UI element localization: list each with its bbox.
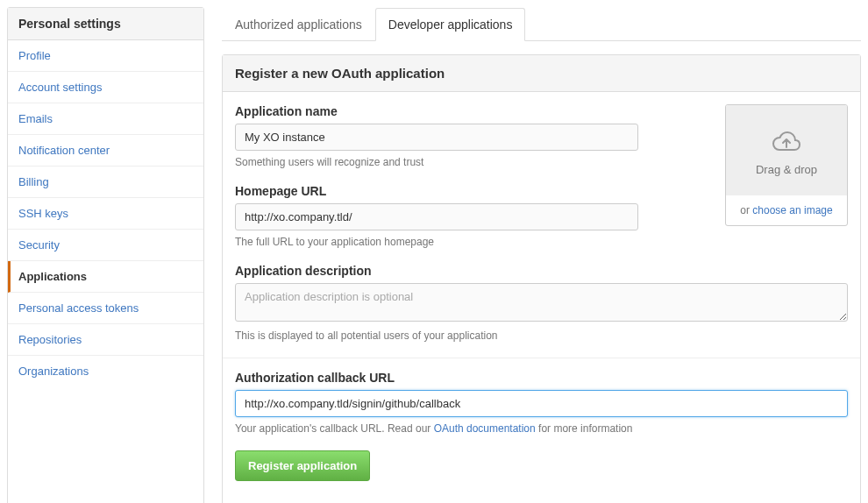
cloud-upload-icon <box>771 130 802 156</box>
callback-url-input[interactable] <box>235 390 848 417</box>
app-description-label: Application description <box>235 264 848 278</box>
sidebar-item-ssh-keys[interactable]: SSH keys <box>8 198 203 230</box>
sidebar-item-emails[interactable]: Emails <box>8 103 203 135</box>
sidebar-item-personal-access-tokens[interactable]: Personal access tokens <box>8 293 203 324</box>
sidebar-item-applications[interactable]: Applications <box>8 261 203 293</box>
choose-image-link[interactable]: choose an image <box>752 204 832 216</box>
app-tabs: Authorized applications Developer applic… <box>222 7 861 41</box>
callback-url-label: Authorization callback URL <box>235 371 848 385</box>
app-description-input[interactable] <box>235 283 848 322</box>
app-description-hint: This is displayed to all potential users… <box>235 329 848 342</box>
logo-dropzone[interactable]: Drag & drop <box>726 105 847 195</box>
register-oauth-panel: Register a new OAuth application Applica… <box>222 54 861 503</box>
main-content: Authorized applications Developer applic… <box>222 7 861 503</box>
app-name-hint: Something users will recognize and trust <box>235 156 708 168</box>
uploader-or: or <box>740 204 752 216</box>
sidebar-item-account-settings[interactable]: Account settings <box>8 72 203 103</box>
app-name-label: Application name <box>235 104 708 118</box>
callback-url-hint: Your application's callback URL. Read ou… <box>235 422 848 435</box>
sidebar-item-security[interactable]: Security <box>8 230 203 261</box>
sidebar-item-notification-center[interactable]: Notification center <box>8 135 203 166</box>
oauth-doc-link[interactable]: OAuth documentation <box>434 422 536 435</box>
panel-title: Register a new OAuth application <box>223 55 860 92</box>
homepage-url-label: Homepage URL <box>235 184 708 198</box>
drop-label: Drag & drop <box>756 163 817 176</box>
sidebar-item-repositories[interactable]: Repositories <box>8 324 203 356</box>
register-application-button[interactable]: Register application <box>235 450 370 481</box>
homepage-url-input[interactable] <box>235 203 638 230</box>
tab-developer-applications[interactable]: Developer applications <box>375 8 526 41</box>
sidebar-item-billing[interactable]: Billing <box>8 166 203 198</box>
sidebar-item-profile[interactable]: Profile <box>8 40 203 72</box>
homepage-url-hint: The full URL to your application homepag… <box>235 236 708 248</box>
app-name-input[interactable] <box>235 124 638 151</box>
sidebar-header: Personal settings <box>8 8 203 40</box>
logo-uploader[interactable]: Drag & drop or choose an image <box>725 104 848 226</box>
settings-sidebar: Personal settings Profile Account settin… <box>7 7 204 503</box>
sidebar-item-organizations[interactable]: Organizations <box>8 356 203 386</box>
tab-authorized-applications[interactable]: Authorized applications <box>222 8 375 41</box>
